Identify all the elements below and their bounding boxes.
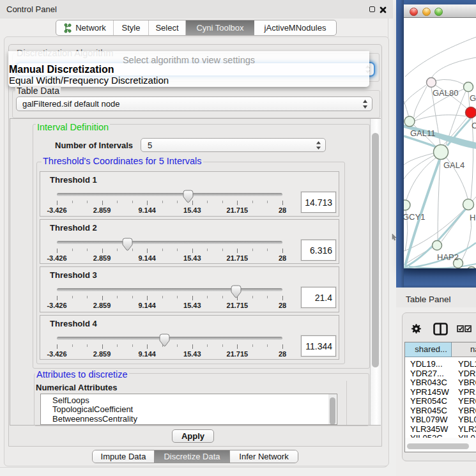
svg-text:HIS4: HIS4 <box>470 213 476 222</box>
svg-text:GAL11: GAL11 <box>410 128 436 138</box>
svg-text:GCY1: GCY1 <box>404 212 425 222</box>
svg-text:CYC8: CYC8 <box>472 121 476 130</box>
svg-text:HAP2: HAP2 <box>437 252 459 262</box>
svg-text:GAL4: GAL4 <box>443 160 464 170</box>
svg-text:GAL80: GAL80 <box>433 88 458 98</box>
svg-text:GAL2: GAL2 <box>470 93 476 103</box>
